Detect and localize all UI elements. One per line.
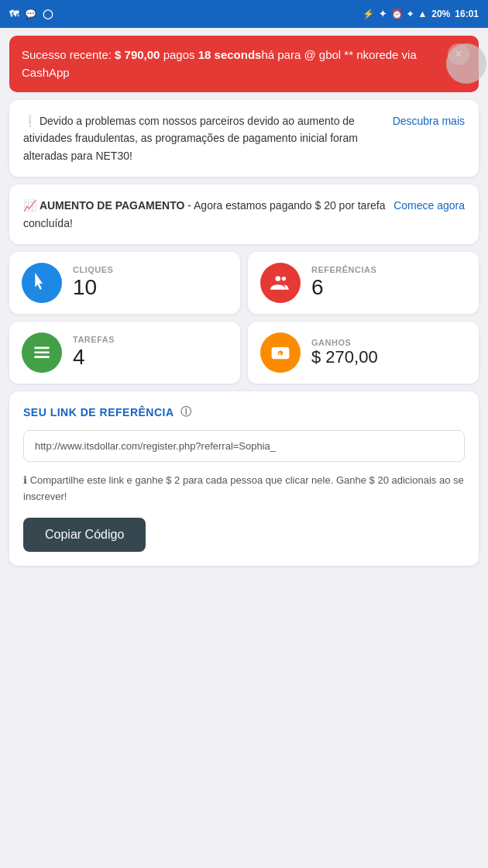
cursor-icon — [22, 263, 62, 303]
referencias-info: REFERÊNCIAS 6 — [311, 265, 376, 301]
avatar — [446, 43, 486, 84]
svg-rect-2 — [34, 346, 50, 349]
svg-rect-3 — [34, 351, 50, 353]
main-content: Sucesso recente: $ 790,00 pagos 18 secon… — [0, 28, 488, 574]
alert-banner: Sucesso recente: $ 790,00 pagos 18 secon… — [9, 36, 479, 92]
referral-title-text: SEU LINK DE REFERÊNCIA — [23, 406, 174, 418]
start-now-link[interactable]: Comece agora — [393, 197, 465, 214]
alert-time: 18 seconds — [198, 48, 262, 61]
alert-amount: $ 790,00 — [112, 48, 160, 61]
referral-note-icon: ℹ — [23, 474, 27, 486]
referral-note-text: Compartilhe este link e ganhe $ 2 para c… — [23, 474, 464, 502]
referencias-value: 6 — [311, 274, 376, 301]
stats-grid: CLIQUES 10 REFERÊNCIAS 6 TAREFAS 4 — [9, 252, 479, 384]
svg-rect-4 — [34, 356, 50, 358]
stat-card-referencias: REFERÊNCIAS 6 — [248, 252, 479, 314]
info-card-payment-title: AUMENTO DE PAGAMENTO — [40, 199, 184, 212]
tasks-icon — [22, 332, 62, 373]
referencias-label: REFERÊNCIAS — [311, 265, 376, 274]
signal-icon: ▲ — [418, 9, 427, 19]
clock-time: 16:01 — [455, 9, 479, 19]
stat-card-tarefas: TAREFAS 4 — [9, 322, 240, 384]
money-icon: $ — [260, 332, 301, 373]
referral-title: SEU LINK DE REFERÊNCIA ⓘ — [23, 405, 465, 419]
alert-prefix: Sucesso recente: — [22, 48, 112, 61]
users-icon — [260, 263, 301, 303]
tarefas-info: TAREFAS 4 — [73, 335, 115, 370]
status-right-icons: ⚡ ✦ ⏰ ⌖ ▲ 20% 16:01 — [363, 9, 479, 19]
status-bar: 🗺 💬 ◯ ⚡ ✦ ⏰ ⌖ ▲ 20% 16:01 — [0, 0, 488, 28]
stat-card-ganhos: $ GANHOS $ 270,00 — [248, 322, 479, 384]
battery-percent: 20% — [431, 9, 450, 19]
cliques-label: CLIQUES — [73, 265, 113, 274]
referral-note: ℹ Compartilhe este link e ganhe $ 2 para… — [23, 473, 465, 505]
ganhos-value: $ 270,00 — [311, 347, 378, 367]
cliques-value: 10 — [73, 274, 113, 301]
svg-point-1 — [282, 277, 286, 281]
info-card-fraud: ❕ Devido a problemas com nossos parceiro… — [9, 100, 479, 177]
referral-url: http://www.itsdollar.com/register.php?re… — [35, 440, 276, 452]
cliques-info: CLIQUES 10 — [73, 265, 113, 301]
info-card-payment-text: 📈 AUMENTO DE PAGAMENTO - Agora estamos p… — [23, 197, 386, 232]
bluetooth-icon: ✦ — [379, 9, 387, 19]
discover-more-link[interactable]: Descubra mais — [393, 112, 465, 129]
message-icon: 💬 — [25, 9, 36, 19]
chart-icon: 📈 — [23, 199, 40, 212]
tarefas-value: 4 — [73, 344, 115, 370]
battery-charge-icon: ⚡ — [363, 9, 374, 19]
alert-paid: pagos — [160, 48, 198, 61]
alarm-icon: ⏰ — [391, 9, 403, 19]
info-card-fraud-text: ❕ Devido a problemas com nossos parceiro… — [23, 112, 385, 164]
referral-card: SEU LINK DE REFERÊNCIA ⓘ http://www.itsd… — [9, 391, 479, 566]
svg-text:$: $ — [279, 352, 281, 356]
ganhos-info: GANHOS $ 270,00 — [311, 338, 378, 367]
svg-point-0 — [276, 276, 281, 281]
referral-url-box: http://www.itsdollar.com/register.php?re… — [23, 430, 465, 462]
wifi-icon: ⌖ — [407, 9, 413, 19]
stat-card-cliques: CLIQUES 10 — [9, 252, 240, 314]
ganhos-label: GANHOS — [311, 338, 378, 347]
whatsapp-icon: 🗺 — [9, 9, 19, 19]
tarefas-label: TAREFAS — [73, 335, 115, 344]
circle-icon: ◯ — [43, 9, 53, 19]
copy-code-button[interactable]: Copiar Código — [23, 518, 146, 552]
info-card-payment: 📈 AUMENTO DE PAGAMENTO - Agora estamos p… — [9, 184, 479, 244]
info-card-fraud-body: Devido a problemas com nossos parceiros … — [23, 115, 358, 162]
status-left-icons: 🗺 💬 ◯ — [9, 9, 53, 19]
referral-info-icon: ⓘ — [180, 405, 192, 419]
info-card-fraud-icon: ❕ — [23, 115, 40, 127]
